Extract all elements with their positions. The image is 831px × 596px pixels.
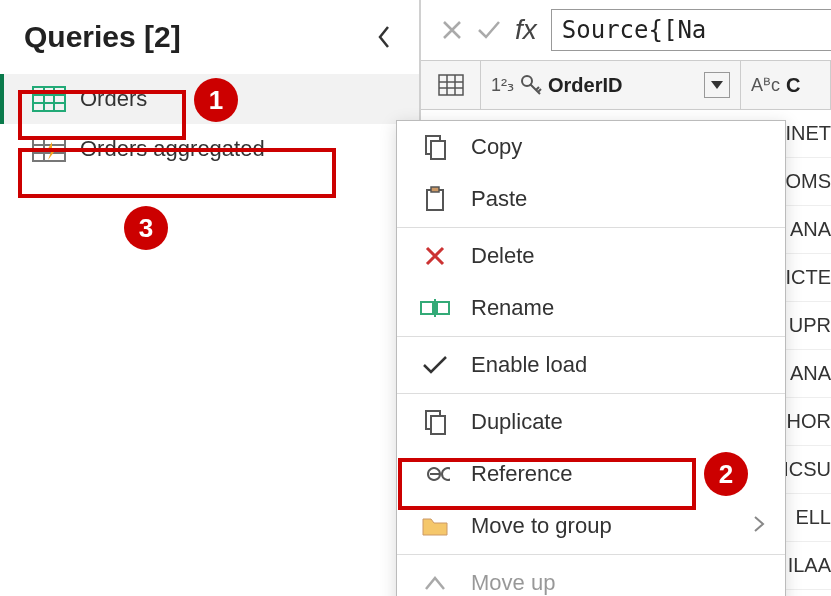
key-icon [520, 74, 542, 96]
query-item-label: Orders [80, 86, 147, 112]
context-menu-label: Copy [471, 134, 522, 160]
context-menu-label: Duplicate [471, 409, 563, 435]
copy-icon [417, 133, 453, 161]
context-menu-paste[interactable]: Paste [397, 173, 785, 225]
svg-rect-23 [431, 416, 445, 434]
formula-input[interactable] [551, 9, 831, 51]
svg-rect-0 [33, 87, 65, 111]
triangle-down-icon [711, 81, 723, 89]
svg-rect-16 [431, 141, 445, 159]
context-menu-label: Move to group [471, 513, 612, 539]
context-menu-label: Paste [471, 186, 527, 212]
column-type-prefix: 1²₃ [491, 74, 514, 96]
context-menu-divider [397, 336, 785, 337]
collapse-panel-button[interactable] [373, 26, 395, 48]
context-menu-label: Enable load [471, 352, 587, 378]
context-menu-rename[interactable]: Rename [397, 282, 785, 334]
chevron-right-icon [753, 513, 765, 539]
reference-icon [417, 460, 453, 488]
context-menu-label: Delete [471, 243, 535, 269]
folder-icon [417, 512, 453, 540]
queries-title: Queries [2] [24, 20, 181, 54]
context-menu-move-to-group[interactable]: Move to group [397, 500, 785, 552]
query-item-label: Orders aggregated [80, 136, 265, 162]
context-menu-reference[interactable]: Reference [397, 448, 785, 500]
context-menu-delete[interactable]: Delete [397, 230, 785, 282]
column-name-label: OrderID [548, 74, 622, 97]
context-menu-label: Rename [471, 295, 554, 321]
column-filter-dropdown[interactable] [704, 72, 730, 98]
fx-button[interactable]: fx [515, 15, 537, 45]
check-icon [417, 351, 453, 379]
cancel-formula-button[interactable] [441, 15, 463, 45]
select-all-button[interactable] [421, 61, 481, 109]
context-menu-divider [397, 554, 785, 555]
fx-icon: fx [515, 14, 537, 46]
duplicate-icon [417, 408, 453, 436]
paste-icon [417, 185, 453, 213]
table-icon [438, 74, 464, 96]
context-menu-divider [397, 227, 785, 228]
svg-rect-19 [421, 302, 433, 314]
check-icon [477, 20, 501, 40]
rename-icon [417, 294, 453, 322]
delete-icon [417, 242, 453, 270]
formula-bar: fx [421, 0, 831, 60]
context-menu: Copy Paste Delete Rename Enable load Dup… [396, 120, 786, 596]
context-menu-copy[interactable]: Copy [397, 121, 785, 173]
query-item-orders-aggregated[interactable]: Orders aggregated [0, 124, 419, 174]
context-menu-label: Reference [471, 461, 573, 487]
svg-rect-17 [427, 190, 443, 210]
up-icon [417, 569, 453, 596]
context-menu-duplicate[interactable]: Duplicate [397, 396, 785, 448]
svg-rect-9 [439, 75, 463, 95]
context-menu-enable-load[interactable]: Enable load [397, 339, 785, 391]
column-header-orderid[interactable]: 1²₃ OrderID [481, 61, 741, 109]
table-icon [30, 84, 68, 114]
context-menu-label: Move up [471, 570, 555, 596]
svg-rect-20 [437, 302, 449, 314]
context-menu-divider [397, 393, 785, 394]
svg-rect-18 [431, 187, 439, 192]
column-header-customer[interactable]: Aᴮc C [741, 61, 831, 109]
x-icon [441, 19, 463, 41]
table-lightning-icon [30, 134, 68, 164]
query-item-orders[interactable]: Orders [0, 74, 419, 124]
accept-formula-button[interactable] [477, 15, 501, 45]
column-headers: 1²₃ OrderID Aᴮc C [421, 60, 831, 110]
queries-panel: Queries [2] Orders Orders aggregated [0, 0, 420, 596]
column-name-label: C [786, 74, 800, 97]
queries-header: Queries [2] [0, 0, 419, 74]
context-menu-move-up[interactable]: Move up [397, 557, 785, 596]
column-type-prefix: Aᴮc [751, 74, 780, 96]
query-list: Orders Orders aggregated [0, 74, 419, 174]
chevron-left-icon [376, 25, 392, 49]
